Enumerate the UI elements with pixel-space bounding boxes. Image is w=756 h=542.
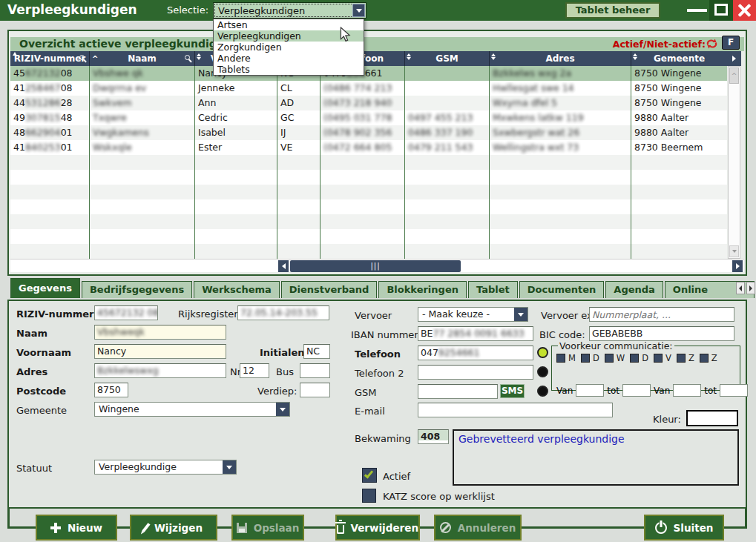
tab-dienstverband[interactable]: Dienstverband — [281, 281, 378, 298]
van-input-1[interactable] — [576, 384, 604, 397]
chevron-down-icon[interactable] — [276, 403, 289, 416]
vervoer-label: Vervoer — [355, 310, 392, 321]
day-checkbox[interactable] — [581, 354, 590, 363]
postcode-input[interactable]: 8750 — [94, 383, 128, 397]
initialen-input[interactable]: NC — [303, 344, 330, 359]
close-button[interactable] — [733, 0, 756, 21]
column-header-gsm[interactable]: GSM — [405, 51, 490, 66]
telefoon-status-indicator[interactable] — [537, 347, 548, 358]
table-row[interactable]: 4184025301 Wskxqle Ester VE (0472 664 80… — [10, 140, 727, 155]
scroll-right-arrow[interactable] — [732, 260, 743, 272]
verdiep-label: Verdiep: — [257, 386, 298, 397]
tab-scroll-right-arrow[interactable] — [746, 282, 755, 294]
wijzigen-button[interactable]: Wijzigen — [130, 515, 217, 541]
day-checkbox[interactable] — [677, 354, 686, 363]
tablet-beheer-button[interactable]: Tablet beheer — [565, 2, 660, 19]
actief-checkbox[interactable] — [362, 468, 377, 483]
tab-gegevens[interactable]: Gegevens — [10, 278, 80, 298]
telefoon2-status-indicator[interactable] — [537, 366, 548, 377]
sms-button[interactable]: SMS — [500, 384, 525, 398]
table-row-empty — [10, 244, 727, 259]
scroll-down-arrow[interactable] — [729, 245, 739, 257]
column-header-naam[interactable]: ^Naam — [90, 51, 195, 66]
telefoon2-input[interactable] — [418, 365, 533, 380]
scroll-left-arrow[interactable] — [278, 260, 289, 272]
table-row[interactable]: 4567213208 Vbshwe qk Nancy NC 0479254661… — [10, 66, 727, 81]
verwijderen-button[interactable]: Verwijderen — [335, 515, 420, 541]
bus-input[interactable] — [300, 363, 330, 378]
bic-label: BIC code: — [539, 329, 585, 340]
chevron-down-icon[interactable] — [514, 308, 527, 321]
katz-checkbox[interactable] — [362, 489, 376, 503]
statuut-select[interactable]: Verpleegkundige — [94, 460, 237, 475]
tot-input-1[interactable] — [622, 384, 651, 397]
gemeente-select[interactable]: Wingene — [94, 402, 290, 417]
table-row[interactable]: 4866290401 Vwgkamens Isabel IJ (0478 902… — [10, 125, 727, 140]
search-icon[interactable] — [79, 55, 85, 60]
day-checkbox[interactable] — [605, 354, 614, 363]
vervoer-ext-field[interactable] — [592, 308, 732, 321]
maximize-button[interactable] — [709, 0, 733, 21]
vervoer-ext-input[interactable] — [589, 307, 734, 322]
mouse-cursor — [340, 27, 351, 45]
adres-input[interactable]: Bzkkelwswxg — [94, 363, 226, 378]
table-row[interactable]: 4930781548 Txqwre Cedric GC (0495 031 77… — [10, 110, 727, 125]
voorkeur-legend: Voorkeur communicatie: — [558, 340, 674, 351]
tab-blokkeringen[interactable]: Blokkeringen — [378, 281, 467, 298]
riziv-input[interactable]: 45672132 08 — [94, 305, 158, 320]
dropdown-option-andere[interactable]: Andere — [214, 53, 364, 64]
column-header-adres[interactable]: Adres — [490, 51, 631, 66]
rijksregister-input[interactable]: 72.05.14-203.55 — [237, 305, 329, 320]
dropdown-option-tablets[interactable]: Tablets — [214, 64, 364, 75]
day-checkbox[interactable] — [700, 354, 709, 363]
annuleren-button[interactable]: Annuleren — [434, 515, 522, 541]
chevron-down-icon[interactable] — [223, 460, 236, 474]
bic-input[interactable]: GEBABEBB — [589, 326, 734, 341]
nr-input[interactable]: 12 — [240, 363, 269, 378]
search-icon[interactable] — [185, 55, 190, 60]
gsm-input[interactable] — [418, 384, 498, 399]
sluiten-button[interactable]: Sluiten — [644, 515, 724, 541]
day-checkbox[interactable] — [556, 354, 565, 363]
day-checkbox[interactable] — [630, 354, 639, 363]
chevron-down-icon[interactable] — [352, 4, 365, 17]
telefoon-label: Telefoon — [355, 348, 401, 360]
day-checkbox[interactable] — [654, 354, 663, 363]
column-options-button[interactable] — [727, 51, 741, 66]
tab-bedrijfsgegevens[interactable]: Bedrijfsgegevens — [82, 281, 192, 298]
f-filter-button[interactable]: F — [722, 36, 740, 50]
gegevens-form: RIZIV-nummer 45672132 08 Rijksregister: … — [7, 300, 747, 509]
vervoer-select[interactable]: - Maak keuze - — [418, 307, 528, 322]
iban-input[interactable]: BE77 2854 0091 6633 — [418, 326, 533, 341]
tab-werkschema[interactable]: Werkschema — [194, 281, 280, 298]
tab-documenten[interactable]: Documenten — [519, 281, 605, 298]
telefoon-input[interactable]: 0479254661 — [418, 346, 533, 360]
tot-input-2[interactable] — [720, 384, 748, 397]
voornaam-input[interactable]: Nancy — [94, 344, 226, 359]
selectie-select[interactable]: Verpleegkundigen — [213, 2, 367, 19]
minimize-button[interactable] — [687, 9, 707, 12]
table-row[interactable]: 4453128628 Swkvem Ann AD (0473 218 940 W… — [10, 96, 727, 110]
table-row[interactable]: 4125846708 Dwqrrna ev Jenneke CL (0486 7… — [10, 81, 727, 96]
nieuw-button[interactable]: Nieuw — [36, 515, 117, 541]
horizontal-scrollbar[interactable]: ||| — [10, 259, 744, 272]
vertical-scrollbar[interactable]: ^ — [728, 66, 740, 259]
vertical-scrollbar-thumb[interactable]: ^ — [729, 67, 739, 84]
bekwaming-code-input[interactable]: 408 — [418, 429, 449, 444]
van-input-2[interactable] — [673, 384, 701, 397]
voorkeur-days: M D W D V Z Z — [556, 353, 735, 363]
column-header-gemeente[interactable]: Gemeente — [631, 51, 727, 66]
tab-agenda[interactable]: Agenda — [605, 281, 663, 298]
column-header-riziv[interactable]: RIZIV-nummer — [10, 51, 90, 66]
email-input[interactable] — [418, 403, 613, 417]
verdiep-input[interactable] — [300, 383, 330, 397]
pencil-icon — [142, 523, 150, 532]
naam-input[interactable]: Vbshweqk — [94, 325, 226, 340]
horizontal-scrollbar-thumb[interactable]: ||| — [290, 260, 461, 272]
tab-scroll-left-arrow[interactable] — [736, 282, 745, 294]
kleur-input[interactable] — [686, 410, 738, 426]
gsm-status-indicator[interactable] — [537, 386, 548, 397]
opslaan-button[interactable]: Opslaan — [231, 515, 304, 541]
tab-tablet[interactable]: Tablet — [468, 281, 518, 298]
table-row-empty — [10, 199, 727, 214]
